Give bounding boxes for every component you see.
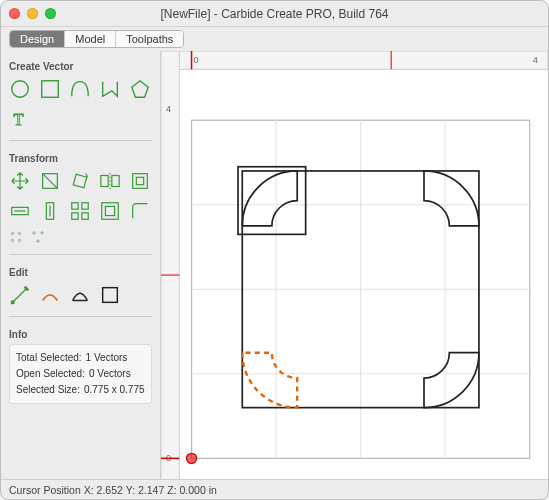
tab-toolpaths[interactable]: Toolpaths [116,31,183,47]
svg-marker-2 [132,81,149,98]
svg-rect-1 [42,81,59,98]
transform-tools-2 [9,198,152,224]
section-create-vector: Create Vector [9,61,152,72]
group-tools [9,228,152,246]
section-transform: Transform [9,153,152,164]
status-unit: in [209,484,217,496]
text-icon[interactable]: T [9,108,31,130]
offset-icon[interactable] [99,200,121,222]
group-icon[interactable] [9,230,23,244]
svg-point-23 [41,232,43,234]
minimize-icon[interactable] [27,8,38,19]
resize-icon[interactable] [39,170,61,192]
rotate-icon[interactable] [69,170,91,192]
ungroup-icon[interactable] [31,230,45,244]
scale-height-icon[interactable] [39,200,61,222]
svg-point-21 [18,239,20,241]
divider [9,316,152,317]
titlebar: [NewFile] - Carbide Create PRO, Build 76… [1,1,548,27]
status-z-label: Z: [167,484,176,496]
node-edit-icon[interactable] [9,284,31,306]
status-y-label: Y: [126,484,135,496]
ruler-left [161,51,179,479]
polygon-icon[interactable] [129,78,151,100]
polyline-icon[interactable] [99,78,121,100]
status-x: 2.652 [97,484,123,496]
status-z: 0.000 [179,484,205,496]
svg-rect-15 [82,213,88,219]
info-open-value: 0 Vectors [89,366,131,382]
status-prefix: Cursor Position [9,484,81,496]
corner-icon[interactable] [129,200,151,222]
design-canvas[interactable]: 0 4 0 4 [161,51,548,479]
rect-icon[interactable] [39,78,61,100]
svg-point-22 [33,232,35,234]
status-x-label: X: [84,484,94,496]
svg-rect-25 [11,301,15,305]
origin-marker [186,453,196,463]
info-total-value: 1 Vectors [86,350,128,366]
left-sidebar: Create Vector T Transform [1,51,161,479]
svg-rect-13 [82,203,88,209]
info-open-label: Open Selected: [16,366,85,382]
window-title: [NewFile] - Carbide Create PRO, Build 76… [1,7,548,21]
corner-vector-bl-selected[interactable] [242,353,297,408]
tab-design[interactable]: Design [10,31,65,47]
svg-point-19 [18,232,20,234]
app-window: [NewFile] - Carbide Create PRO, Build 76… [0,0,549,500]
workspace[interactable] [186,120,529,463]
scale-width-icon[interactable] [9,200,31,222]
traffic-lights [9,8,56,19]
svg-text:T: T [14,110,24,129]
status-bar: Cursor Position X: 2.652 Y: 2.147 Z: 0.0… [1,479,548,499]
tab-segmented: Design Model Toolpaths [9,30,184,48]
ruler-mark: 0 [194,55,199,65]
curve-icon[interactable] [69,78,91,100]
svg-point-0 [12,81,29,98]
mirror-icon[interactable] [99,170,121,192]
svg-rect-17 [105,206,114,215]
array-icon[interactable] [69,200,91,222]
svg-rect-7 [112,176,119,187]
transform-tools-1 [9,168,152,194]
section-edit: Edit [9,267,152,278]
ruler-mark: 4 [533,55,538,65]
crop-icon[interactable] [99,284,121,306]
info-panel: Total Selected: 1 Vectors Open Selected:… [9,344,152,404]
info-total-label: Total Selected: [16,350,82,366]
canvas-svg[interactable]: 0 4 0 4 [161,51,548,479]
info-size-value: 0.775 x 0.775 [84,382,145,398]
ruler-top [161,51,548,69]
corner-vector-tr[interactable] [424,171,479,226]
tab-bar: Design Model Toolpaths [1,27,548,51]
move-icon[interactable] [9,170,31,192]
svg-rect-6 [101,176,108,187]
info-size-label: Selected Size: [16,382,80,398]
circle-icon[interactable] [9,78,31,100]
svg-point-20 [11,239,13,241]
svg-rect-12 [72,203,78,209]
trim-icon[interactable] [39,284,61,306]
close-icon[interactable] [9,8,20,19]
corner-vector-br[interactable] [424,353,479,408]
edit-tools [9,282,152,308]
divider [9,140,152,141]
main-body: Create Vector T Transform [1,51,548,479]
section-info: Info [9,329,152,340]
svg-point-18 [11,232,13,234]
zoom-icon[interactable] [45,8,56,19]
ruler-mark: 4 [166,104,171,114]
tab-model[interactable]: Model [65,31,116,47]
svg-rect-14 [72,213,78,219]
svg-rect-9 [136,177,143,184]
boolean-icon[interactable] [69,284,91,306]
corner-vector-tl[interactable] [242,171,297,226]
svg-point-24 [37,240,39,242]
divider [9,254,152,255]
svg-rect-16 [102,203,119,220]
create-vector-tools: T [9,76,152,132]
svg-rect-5 [73,174,86,187]
align-icon[interactable] [129,170,151,192]
svg-rect-26 [103,288,118,303]
status-y: 2.147 [138,484,164,496]
